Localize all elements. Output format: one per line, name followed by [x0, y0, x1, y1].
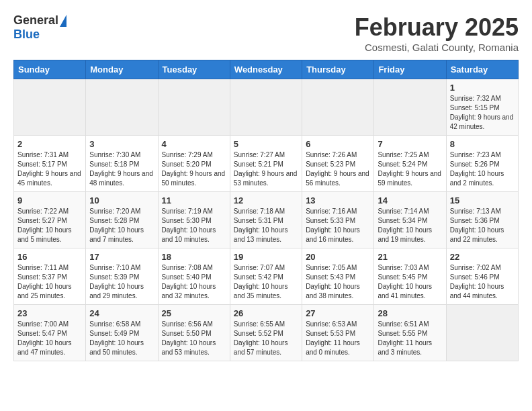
day-info: Sunrise: 7:19 AM Sunset: 5:30 PM Dayligh… [162, 207, 226, 244]
calendar-cell [86, 79, 158, 136]
calendar-cell [374, 79, 446, 136]
calendar-cell: 3Sunrise: 7:30 AM Sunset: 5:18 PM Daylig… [86, 136, 158, 192]
calendar-cell: 2Sunrise: 7:31 AM Sunset: 5:17 PM Daylig… [14, 136, 86, 192]
day-number: 19 [234, 252, 298, 262]
calendar-title: February 2025 [355, 13, 519, 42]
day-number: 21 [378, 252, 442, 262]
day-number: 10 [89, 195, 154, 205]
logo-general-text: General [13, 13, 58, 28]
calendar-cell: 17Sunrise: 7:10 AM Sunset: 5:39 PM Dayli… [86, 248, 158, 305]
day-info: Sunrise: 6:58 AM Sunset: 5:49 PM Dayligh… [89, 320, 154, 357]
day-info: Sunrise: 7:13 AM Sunset: 5:36 PM Dayligh… [450, 207, 515, 244]
day-info: Sunrise: 7:00 AM Sunset: 5:47 PM Dayligh… [17, 320, 82, 357]
calendar-cell: 13Sunrise: 7:16 AM Sunset: 5:33 PM Dayli… [302, 192, 374, 248]
calendar-cell: 5Sunrise: 7:27 AM Sunset: 5:21 PM Daylig… [230, 136, 302, 192]
calendar-cell: 4Sunrise: 7:29 AM Sunset: 5:20 PM Daylig… [158, 136, 230, 192]
day-number: 23 [17, 308, 82, 318]
day-number: 2 [17, 139, 82, 149]
calendar-table: SundayMondayTuesdayWednesdayThursdayFrid… [13, 60, 519, 361]
day-info: Sunrise: 7:14 AM Sunset: 5:34 PM Dayligh… [378, 207, 442, 244]
day-info: Sunrise: 6:53 AM Sunset: 5:53 PM Dayligh… [306, 320, 370, 357]
calendar-cell [158, 79, 230, 136]
day-info: Sunrise: 7:20 AM Sunset: 5:28 PM Dayligh… [89, 207, 154, 244]
calendar-cell [14, 79, 86, 136]
day-info: Sunrise: 7:26 AM Sunset: 5:23 PM Dayligh… [306, 150, 370, 188]
header: General Blue February 2025 Cosmesti, Gal… [13, 13, 519, 53]
day-of-week-sunday: Sunday [14, 60, 86, 79]
day-info: Sunrise: 7:30 AM Sunset: 5:18 PM Dayligh… [89, 150, 154, 188]
calendar-cell: 1Sunrise: 7:32 AM Sunset: 5:15 PM Daylig… [446, 79, 518, 136]
calendar-cell: 12Sunrise: 7:18 AM Sunset: 5:31 PM Dayli… [230, 192, 302, 248]
day-number: 22 [450, 252, 515, 262]
calendar-cell: 27Sunrise: 6:53 AM Sunset: 5:53 PM Dayli… [302, 305, 374, 361]
day-info: Sunrise: 7:29 AM Sunset: 5:20 PM Dayligh… [162, 150, 226, 188]
calendar-subtitle: Cosmesti, Galati County, Romania [355, 42, 519, 53]
calendar-cell: 10Sunrise: 7:20 AM Sunset: 5:28 PM Dayli… [86, 192, 158, 248]
day-of-week-wednesday: Wednesday [230, 60, 302, 79]
day-number: 25 [162, 308, 226, 318]
calendar-cell: 19Sunrise: 7:07 AM Sunset: 5:42 PM Dayli… [230, 248, 302, 305]
calendar-cell: 16Sunrise: 7:11 AM Sunset: 5:37 PM Dayli… [14, 248, 86, 305]
day-number: 15 [450, 195, 515, 205]
day-number: 17 [89, 252, 154, 262]
day-number: 14 [378, 195, 442, 205]
calendar-cell [446, 305, 518, 361]
day-number: 5 [234, 139, 298, 149]
calendar-cell: 14Sunrise: 7:14 AM Sunset: 5:34 PM Dayli… [374, 192, 446, 248]
day-info: Sunrise: 6:56 AM Sunset: 5:50 PM Dayligh… [162, 320, 226, 357]
calendar-cell: 23Sunrise: 7:00 AM Sunset: 5:47 PM Dayli… [14, 305, 86, 361]
day-info: Sunrise: 7:07 AM Sunset: 5:42 PM Dayligh… [234, 263, 298, 301]
calendar-cell: 11Sunrise: 7:19 AM Sunset: 5:30 PM Dayli… [158, 192, 230, 248]
day-info: Sunrise: 7:11 AM Sunset: 5:37 PM Dayligh… [17, 263, 82, 301]
day-number: 16 [17, 252, 82, 262]
day-info: Sunrise: 7:18 AM Sunset: 5:31 PM Dayligh… [234, 207, 298, 244]
day-of-week-saturday: Saturday [446, 60, 518, 79]
calendar-week-5: 23Sunrise: 7:00 AM Sunset: 5:47 PM Dayli… [14, 305, 519, 361]
calendar-body: 1Sunrise: 7:32 AM Sunset: 5:15 PM Daylig… [14, 79, 519, 361]
day-of-week-thursday: Thursday [302, 60, 374, 79]
day-of-week-monday: Monday [86, 60, 158, 79]
day-info: Sunrise: 7:05 AM Sunset: 5:43 PM Dayligh… [306, 263, 370, 301]
day-number: 28 [378, 308, 442, 318]
day-info: Sunrise: 6:51 AM Sunset: 5:55 PM Dayligh… [378, 320, 442, 357]
calendar-week-1: 1Sunrise: 7:32 AM Sunset: 5:15 PM Daylig… [14, 79, 519, 136]
day-info: Sunrise: 7:10 AM Sunset: 5:39 PM Dayligh… [89, 263, 154, 301]
days-of-week-row: SundayMondayTuesdayWednesdayThursdayFrid… [14, 60, 519, 79]
calendar-cell: 18Sunrise: 7:08 AM Sunset: 5:40 PM Dayli… [158, 248, 230, 305]
calendar-cell: 6Sunrise: 7:26 AM Sunset: 5:23 PM Daylig… [302, 136, 374, 192]
title-area: February 2025 Cosmesti, Galati County, R… [355, 13, 519, 53]
day-info: Sunrise: 6:55 AM Sunset: 5:52 PM Dayligh… [234, 320, 298, 357]
calendar-cell: 26Sunrise: 6:55 AM Sunset: 5:52 PM Dayli… [230, 305, 302, 361]
day-of-week-tuesday: Tuesday [158, 60, 230, 79]
day-number: 1 [450, 83, 515, 93]
day-number: 26 [234, 308, 298, 318]
calendar-cell: 24Sunrise: 6:58 AM Sunset: 5:49 PM Dayli… [86, 305, 158, 361]
day-number: 24 [89, 308, 154, 318]
calendar-cell: 28Sunrise: 6:51 AM Sunset: 5:55 PM Dayli… [374, 305, 446, 361]
day-number: 13 [306, 195, 370, 205]
day-info: Sunrise: 7:22 AM Sunset: 5:27 PM Dayligh… [17, 207, 82, 244]
day-number: 27 [306, 308, 370, 318]
calendar-cell: 15Sunrise: 7:13 AM Sunset: 5:36 PM Dayli… [446, 192, 518, 248]
day-number: 9 [17, 195, 82, 205]
logo-blue-text: Blue [13, 28, 40, 42]
day-info: Sunrise: 7:08 AM Sunset: 5:40 PM Dayligh… [162, 263, 226, 301]
calendar-cell [230, 79, 302, 136]
calendar-cell: 9Sunrise: 7:22 AM Sunset: 5:27 PM Daylig… [14, 192, 86, 248]
day-info: Sunrise: 7:27 AM Sunset: 5:21 PM Dayligh… [234, 150, 298, 188]
day-of-week-friday: Friday [374, 60, 446, 79]
calendar-cell: 20Sunrise: 7:05 AM Sunset: 5:43 PM Dayli… [302, 248, 374, 305]
day-number: 20 [306, 252, 370, 262]
calendar-cell: 8Sunrise: 7:23 AM Sunset: 5:26 PM Daylig… [446, 136, 518, 192]
calendar-week-2: 2Sunrise: 7:31 AM Sunset: 5:17 PM Daylig… [14, 136, 519, 192]
day-number: 4 [162, 139, 226, 149]
day-info: Sunrise: 7:23 AM Sunset: 5:26 PM Dayligh… [450, 150, 515, 188]
day-info: Sunrise: 7:02 AM Sunset: 5:46 PM Dayligh… [450, 263, 515, 301]
calendar-cell: 25Sunrise: 6:56 AM Sunset: 5:50 PM Dayli… [158, 305, 230, 361]
calendar-cell: 7Sunrise: 7:25 AM Sunset: 5:24 PM Daylig… [374, 136, 446, 192]
day-number: 12 [234, 195, 298, 205]
day-number: 7 [378, 139, 442, 149]
day-number: 11 [162, 195, 226, 205]
day-info: Sunrise: 7:03 AM Sunset: 5:45 PM Dayligh… [378, 263, 442, 301]
calendar-header: SundayMondayTuesdayWednesdayThursdayFrid… [14, 60, 519, 79]
